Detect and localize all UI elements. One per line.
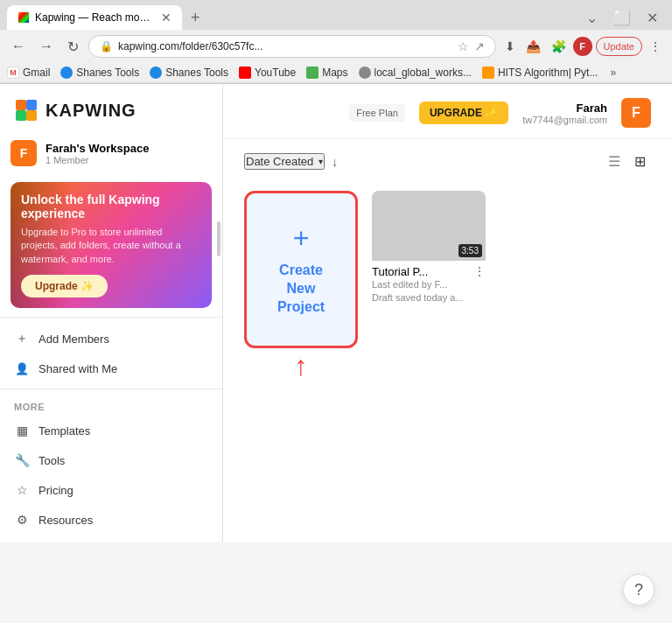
update-button[interactable]: Update — [596, 37, 642, 56]
card-thumbnail: 3:53 — [372, 191, 486, 261]
sidebar-item-shared-with-me[interactable]: 👤 Shared with Me — [0, 354, 222, 383]
active-tab[interactable]: Kapwing — Reach more people ✕ — [7, 5, 182, 30]
bookmark-youtube[interactable]: YouTube — [239, 66, 296, 79]
sidebar-item-add-members[interactable]: ＋ Add Members — [0, 323, 222, 354]
tools-icon: 🔧 — [14, 453, 30, 467]
sidebar-divider-2 — [0, 388, 222, 389]
window-minimize-button[interactable]: ⌄ — [579, 8, 605, 28]
tab-title: Kapwing — Reach more people — [35, 11, 152, 24]
pricing-label: Pricing — [38, 484, 74, 497]
browser-chrome: Kapwing — Reach more people ✕ + ⌄ ⬜ ✕ ← … — [0, 0, 672, 84]
projects-grid: + CreateNewProject ↑ 3:53 Tutorial P... … — [223, 184, 672, 387]
pricing-icon: ☆ — [14, 483, 30, 497]
sidebar-item-resources[interactable]: ⚙ Resources — [0, 505, 222, 535]
sort-chevron-icon: ▾ — [318, 157, 323, 166]
menu-icon[interactable]: ⋮ — [646, 37, 665, 56]
workspace-info: Farah's Workspace 1 Member — [46, 142, 212, 165]
window-restore-button[interactable]: ⬜ — [606, 8, 638, 28]
kapwing-logo[interactable]: KAPWING — [0, 84, 222, 133]
new-tab-button[interactable]: + — [186, 9, 206, 27]
bookmark-hits-label: HITS Algorithm| Pyt... — [498, 66, 598, 79]
nav-actions: ⬇ 📤 🧩 F Update ⋮ — [501, 37, 665, 56]
main-content: Free Plan UPGRADE ✨ Farah tw7744@gmail.c… — [223, 84, 672, 542]
more-bookmarks-button[interactable]: » — [610, 66, 616, 79]
profile-avatar[interactable]: F — [573, 37, 592, 56]
card-meta: Last edited by F... Draft saved today a.… — [372, 278, 486, 305]
templates-label: Templates — [38, 424, 90, 438]
local-icon — [359, 66, 371, 79]
card-duration: 3:53 — [458, 244, 482, 257]
workspace-avatar: F — [10, 140, 37, 166]
user-name: Farah — [522, 102, 607, 115]
plan-badge: Free Plan — [349, 104, 405, 122]
tab-favicon — [18, 11, 30, 24]
add-members-icon: ＋ — [14, 331, 30, 346]
sidebar-scroll: KAPWING F Farah's Workspace 1 Member Unl… — [0, 84, 222, 542]
upgrade-card-button[interactable]: Upgrade ✨ — [21, 275, 108, 298]
sidebar-item-tools[interactable]: 🔧 Tools — [0, 445, 222, 475]
upgrade-content: Unlock the full Kapwing experience Upgra… — [21, 192, 201, 298]
cast-icon[interactable]: 📤 — [522, 37, 544, 56]
sidebar-item-templates[interactable]: ▦ Templates — [0, 416, 222, 445]
add-members-label: Add Members — [38, 332, 109, 346]
bookmark-shanes1[interactable]: Shanes Tools — [60, 66, 139, 79]
bookmark-local[interactable]: local_global_works... — [359, 66, 472, 79]
download-icon[interactable]: ⬇ — [501, 37, 519, 56]
gmail-icon: M — [7, 66, 19, 79]
upgrade-header-button[interactable]: UPGRADE ✨ — [419, 102, 508, 124]
bookmark-maps[interactable]: Maps — [306, 66, 347, 79]
grid-view-button[interactable]: ⊞ — [629, 150, 651, 173]
toolbar: Date Created ▾ ↓ ☰ ⊞ — [223, 139, 672, 184]
sort-button[interactable]: Date Created ▾ — [244, 153, 325, 170]
url-text: kapwing.com/folder/630c57fc... — [118, 40, 452, 52]
card-meta-line2: Draft saved today a... — [372, 291, 486, 304]
shanes-icon-2 — [150, 66, 162, 79]
bookmark-shanes2[interactable]: Shanes Tools — [150, 66, 228, 79]
back-button[interactable]: ← — [7, 37, 30, 56]
bookmark-hits[interactable]: HITS Algorithm| Pyt... — [482, 66, 598, 79]
bookmark-shanes1-label: Shanes Tools — [76, 66, 139, 79]
svg-rect-2 — [16, 110, 26, 121]
upgrade-title: Unlock the full Kapwing experience — [21, 192, 201, 220]
user-avatar[interactable]: F — [621, 98, 651, 128]
address-bar[interactable]: 🔒 kapwing.com/folder/630c57fc... ☆ ↗ — [88, 35, 496, 58]
forward-button[interactable]: → — [35, 37, 58, 56]
red-arrow-icon: ↑ — [294, 352, 308, 380]
list-view-button[interactable]: ☰ — [603, 150, 626, 173]
main-header: Free Plan UPGRADE ✨ Farah tw7744@gmail.c… — [223, 84, 672, 139]
maps-icon — [306, 66, 318, 79]
resources-icon: ⚙ — [14, 513, 30, 527]
sidebar-item-pricing[interactable]: ☆ Pricing — [0, 475, 222, 505]
sort-controls: Date Created ▾ ↓ — [244, 153, 338, 170]
refresh-button[interactable]: ↻ — [63, 37, 83, 57]
bookmarks-bar: M Gmail Shanes Tools Shanes Tools YouTub… — [0, 63, 672, 83]
sidebar-scrollbar — [217, 221, 220, 256]
user-info: Farah tw7744@gmail.com — [522, 102, 607, 125]
nav-bar: ← → ↻ 🔒 kapwing.com/folder/630c57fc... ☆… — [0, 30, 672, 63]
sidebar: KAPWING F Farah's Workspace 1 Member Unl… — [0, 84, 223, 542]
sidebar-item-referrals[interactable]: 🎁 Referrals and Credits — [0, 535, 222, 542]
bookmark-star-icon[interactable]: ☆ — [458, 39, 469, 53]
sort-direction-icon: ↓ — [332, 155, 338, 169]
bookmark-gmail[interactable]: M Gmail — [7, 66, 50, 79]
card-menu-button[interactable]: ⋮ — [473, 264, 486, 278]
resources-label: Resources — [38, 514, 93, 527]
project-card-tutorial[interactable]: 3:53 Tutorial P... ⋮ Last edited by F...… — [372, 191, 486, 380]
create-new-card[interactable]: + CreateNewProject — [244, 191, 358, 348]
bookmark-shanes2-label: Shanes Tools — [165, 66, 228, 79]
workspace-section[interactable]: F Farah's Workspace 1 Member — [0, 133, 222, 173]
window-close-button[interactable]: ✕ — [640, 8, 665, 28]
logo-icon — [14, 98, 38, 122]
tools-label: Tools — [38, 454, 65, 467]
share-icon[interactable]: ↗ — [474, 39, 485, 53]
shared-icon: 👤 — [14, 362, 30, 375]
extensions-icon[interactable]: 🧩 — [548, 37, 570, 56]
bookmark-youtube-label: YouTube — [255, 66, 296, 79]
create-label: CreateNewProject — [277, 262, 325, 316]
tab-close-button[interactable]: ✕ — [161, 10, 172, 24]
card-meta-line1: Last edited by F... — [372, 278, 486, 291]
help-button[interactable]: ? — [623, 574, 654, 606]
card-title: Tutorial P... — [372, 265, 428, 278]
header-right: Free Plan UPGRADE ✨ Farah tw7744@gmail.c… — [349, 98, 651, 128]
user-email: tw7744@gmail.com — [522, 115, 607, 125]
